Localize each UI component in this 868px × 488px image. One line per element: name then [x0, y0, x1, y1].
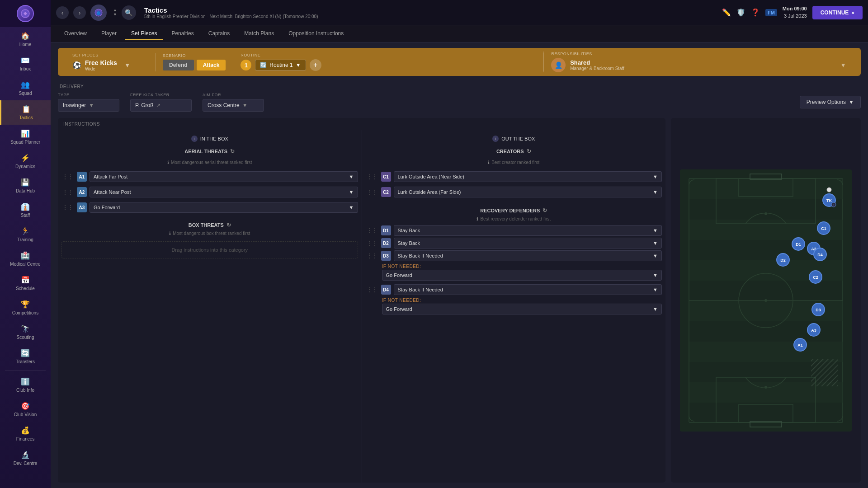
creators-label: CREATORS [496, 149, 524, 154]
tab-match-plans[interactable]: Match Plans [238, 28, 280, 40]
club-vision-icon: 🎯 [21, 402, 30, 410]
d3-value: Stay Back If Needed [398, 253, 443, 258]
d1-select[interactable]: Stay Back ▼ [394, 225, 662, 236]
sidebar-item-label: Club Vision [14, 412, 37, 417]
sidebar-item-data-hub[interactable]: 💾 Data Hub [0, 174, 51, 198]
routine-sync-icon: 🔄 [260, 62, 267, 68]
transfers-icon: 🔄 [21, 349, 30, 357]
sidebar-item-club-info[interactable]: ℹ️ Club Info [0, 373, 51, 397]
recovery-defenders-hint: ℹ Best recovery defender ranked first [366, 216, 662, 224]
tab-captains[interactable]: Captains [202, 28, 236, 40]
free-kick-taker-select[interactable]: P. Groß ↗ [130, 99, 192, 112]
tab-opposition-instructions[interactable]: Opposition Instructions [282, 28, 350, 40]
sidebar-item-squad-planner[interactable]: 📊 Squad Planner [0, 125, 51, 149]
free-kick-taker-link-icon: ↗ [156, 102, 160, 108]
set-piece-sub: Wide [85, 66, 117, 71]
drag-handle-d2[interactable]: ⋮⋮ [366, 240, 378, 246]
help-button[interactable]: ❓ [751, 8, 760, 17]
drag-handle-c1[interactable]: ⋮⋮ [366, 174, 378, 180]
instructions-header: INSTRUCTIONS [58, 118, 665, 130]
sidebar-item-medical-centre[interactable]: 🏥 Medical Centre [0, 247, 51, 271]
if-not-select-d3[interactable]: Go Forward ▼ [382, 270, 662, 281]
creators-refresh-icon[interactable]: ↻ [527, 148, 531, 155]
responsibilities-role: Manager & Backroom Staff [570, 66, 835, 71]
responsibilities-dropdown-icon[interactable]: ▼ [840, 61, 846, 69]
forward-button[interactable]: › [73, 6, 86, 19]
topbar-down-button[interactable]: ▼ [113, 13, 117, 17]
c2-select[interactable]: Lurk Outside Area (Far Side) ▼ [394, 187, 662, 197]
search-button[interactable]: 🔍 [122, 5, 136, 20]
competitions-icon: 🏆 [21, 300, 30, 309]
topbar-right: ✏️ 🛡️ ❓ FM Mon 09:00 3 Jul 2023 CONTINUE… [722, 5, 863, 19]
continue-button[interactable]: CONTINUE » [812, 6, 863, 19]
c1-select[interactable]: Lurk Outside Area (Near Side) ▼ [394, 171, 662, 182]
content-area: SET PIECES ⚽ Free Kicks Wide ▼ SCENARIO … [51, 42, 868, 488]
sidebar-item-training[interactable]: 🏃 Training [0, 222, 51, 247]
sidebar-item-inbox[interactable]: ✉️ Inbox [0, 52, 51, 76]
attack-button[interactable]: Attack [197, 60, 226, 70]
sidebar-item-home[interactable]: 🏠 Home [0, 27, 51, 52]
in-the-box-title: i IN THE BOX [61, 134, 358, 144]
preview-options-button[interactable]: Preview Options ▼ [800, 96, 861, 108]
d3-select[interactable]: Stay Back If Needed ▼ [394, 250, 662, 261]
routine-select[interactable]: 🔄 Routine 1 ▼ [255, 60, 306, 70]
sidebar-item-label: Scouting [17, 335, 34, 340]
sidebar-item-dynamics[interactable]: ⚡ Dynamics [0, 149, 51, 174]
tab-set-pieces[interactable]: Set Pieces [125, 28, 163, 40]
c1-dropdown-icon: ▼ [653, 174, 658, 179]
tab-player[interactable]: Player [95, 28, 123, 40]
sidebar-item-dev-centre[interactable]: 🔬 Dev. Centre [0, 446, 51, 470]
box-threats-hint-text: Most dangerous box threat ranked first [173, 231, 250, 236]
creator-row-c2: ⋮⋮ C2 Lurk Outside Area (Far Side) ▼ [366, 186, 662, 198]
sidebar-item-competitions[interactable]: 🏆 Competitions [0, 296, 51, 320]
drag-handle-c2[interactable]: ⋮⋮ [366, 189, 378, 195]
sidebar-item-staff[interactable]: 👔 Staff [0, 198, 51, 222]
d1-value: Stay Back [398, 228, 420, 233]
responsibilities-name: Shared [570, 59, 835, 66]
recovery-row-d1: ⋮⋮ D1 Stay Back ▼ [366, 224, 662, 237]
d4-select[interactable]: Stay Back If Needed ▼ [394, 284, 662, 295]
drag-handle-a3[interactable]: ⋮⋮ [61, 204, 74, 211]
set-piece-dropdown-button[interactable]: ▼ [124, 61, 131, 69]
defend-button[interactable]: Defend [163, 60, 194, 70]
team-badge: 🔵 [90, 5, 107, 21]
help-shield-button[interactable]: 🛡️ [736, 8, 745, 17]
sidebar-item-finances[interactable]: 💰 Finances [0, 422, 51, 446]
out-info-icon: i [492, 136, 499, 142]
badge-d3: D3 [381, 251, 391, 261]
sidebar-item-scouting[interactable]: 🔭 Scouting [0, 320, 51, 344]
edit-button[interactable]: ✏️ [722, 8, 731, 17]
drag-handle-d3[interactable]: ⋮⋮ [366, 253, 378, 259]
drag-handle-d4[interactable]: ⋮⋮ [366, 286, 378, 293]
drag-handle-a1[interactable]: ⋮⋮ [61, 174, 74, 180]
if-not-needed-label-d4: IF NOT NEEDED: [382, 296, 662, 304]
in-the-box-column: i IN THE BOX AERIAL THREATS ↻ ℹ Most dan… [58, 130, 362, 483]
type-select[interactable]: Inswinger ▼ [58, 99, 119, 112]
sidebar-item-transfers[interactable]: 🔄 Transfers [0, 344, 51, 369]
drag-handle-d1[interactable]: ⋮⋮ [366, 227, 378, 234]
box-threats-refresh-icon[interactable]: ↻ [226, 222, 231, 228]
a3-select[interactable]: Go Forward ▼ [90, 202, 358, 213]
sidebar-item-squad[interactable]: 👥 Squad [0, 76, 51, 100]
sidebar-item-tactics[interactable]: 📋 Tactics [0, 100, 51, 125]
if-not-select-d4[interactable]: Go Forward ▼ [382, 304, 662, 314]
tab-penalties[interactable]: Penalties [165, 28, 200, 40]
drag-handle-a2[interactable]: ⋮⋮ [61, 189, 74, 195]
a1-select[interactable]: Attack Far Post ▼ [90, 171, 358, 182]
topbar-up-button[interactable]: ▲ [113, 8, 117, 12]
sidebar-item-schedule[interactable]: 📅 Schedule [0, 271, 51, 296]
svg-text:D1: D1 [796, 242, 801, 247]
a2-select[interactable]: Attack Near Post ▼ [90, 187, 358, 197]
aerial-threats-refresh-icon[interactable]: ↻ [230, 148, 235, 155]
tab-overview[interactable]: Overview [58, 28, 93, 40]
d2-select[interactable]: Stay Back ▼ [394, 238, 662, 249]
svg-text:C2: C2 [813, 275, 818, 280]
add-routine-button[interactable]: + [310, 59, 321, 71]
sidebar-item-label: Dynamics [15, 164, 35, 169]
recovery-defenders-refresh-icon[interactable]: ↻ [542, 207, 547, 214]
aim-for-select[interactable]: Cross Centre ▼ [203, 99, 264, 112]
out-the-box-title: i OUT THE BOX [366, 134, 662, 144]
back-button[interactable]: ‹ [56, 6, 69, 19]
staff-icon: 👔 [21, 202, 30, 211]
sidebar-item-club-vision[interactable]: 🎯 Club Vision [0, 397, 51, 422]
